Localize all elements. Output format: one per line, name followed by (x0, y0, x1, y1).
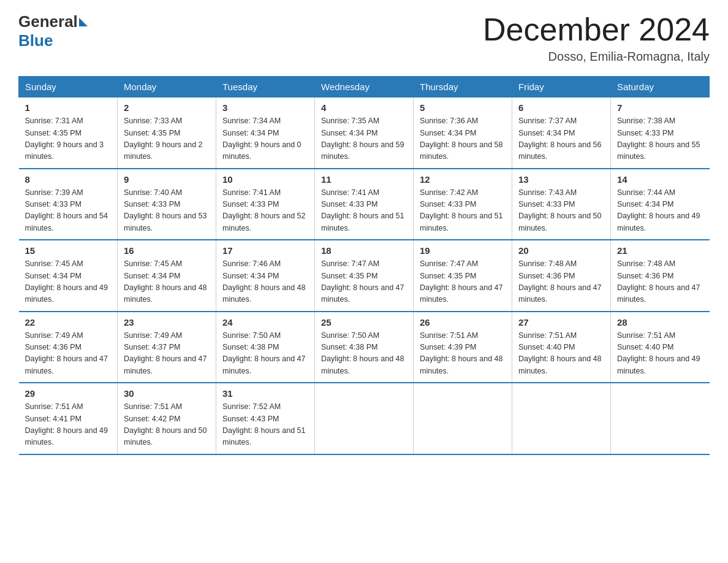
calendar-cell: 13Sunrise: 7:43 AMSunset: 4:33 PMDayligh… (512, 169, 611, 240)
day-number: 23 (124, 317, 210, 327)
day-info: Sunrise: 7:37 AMSunset: 4:34 PMDaylight:… (518, 115, 604, 163)
day-number: 3 (222, 102, 308, 113)
day-number: 14 (617, 174, 703, 185)
day-number: 25 (321, 317, 407, 327)
col-header-wednesday: Wednesday (315, 77, 414, 98)
calendar-cell: 12Sunrise: 7:42 AMSunset: 4:33 PMDayligh… (414, 169, 512, 240)
day-number: 8 (25, 174, 112, 185)
calendar-header-row: SundayMondayTuesdayWednesdayThursdayFrid… (19, 77, 710, 98)
calendar-week-row: 1Sunrise: 7:31 AMSunset: 4:35 PMDaylight… (19, 98, 710, 169)
day-number: 20 (518, 245, 604, 256)
day-info: Sunrise: 7:43 AMSunset: 4:33 PMDaylight:… (518, 187, 604, 235)
day-info: Sunrise: 7:33 AMSunset: 4:35 PMDaylight:… (124, 115, 210, 163)
day-info: Sunrise: 7:49 AMSunset: 4:36 PMDaylight:… (25, 330, 112, 378)
day-info: Sunrise: 7:50 AMSunset: 4:38 PMDaylight:… (222, 330, 308, 378)
day-info: Sunrise: 7:51 AMSunset: 4:40 PMDaylight:… (518, 330, 604, 378)
day-info: Sunrise: 7:49 AMSunset: 4:37 PMDaylight:… (124, 330, 210, 378)
col-header-thursday: Thursday (414, 77, 512, 98)
day-number: 18 (321, 245, 407, 256)
calendar-cell: 4Sunrise: 7:35 AMSunset: 4:34 PMDaylight… (315, 98, 414, 169)
day-number: 6 (518, 102, 604, 113)
col-header-friday: Friday (512, 77, 611, 98)
day-number: 5 (420, 102, 506, 113)
day-number: 4 (321, 102, 407, 113)
calendar-cell (414, 383, 512, 454)
col-header-tuesday: Tuesday (216, 77, 315, 98)
calendar-cell (315, 383, 414, 454)
day-number: 30 (124, 388, 210, 399)
day-number: 7 (617, 102, 703, 113)
calendar-cell: 9Sunrise: 7:40 AMSunset: 4:33 PMDaylight… (118, 169, 216, 240)
day-info: Sunrise: 7:36 AMSunset: 4:34 PMDaylight:… (420, 115, 506, 163)
calendar-cell: 15Sunrise: 7:45 AMSunset: 4:34 PMDayligh… (19, 240, 118, 312)
day-info: Sunrise: 7:34 AMSunset: 4:34 PMDaylight:… (222, 115, 308, 163)
day-number: 16 (124, 245, 210, 256)
day-info: Sunrise: 7:40 AMSunset: 4:33 PMDaylight:… (124, 187, 210, 235)
calendar-week-row: 22Sunrise: 7:49 AMSunset: 4:36 PMDayligh… (19, 312, 710, 383)
calendar-cell: 19Sunrise: 7:47 AMSunset: 4:35 PMDayligh… (414, 240, 512, 312)
col-header-sunday: Sunday (19, 77, 118, 98)
day-info: Sunrise: 7:35 AMSunset: 4:34 PMDaylight:… (321, 115, 407, 163)
month-title: December 2024 (483, 12, 710, 47)
day-number: 19 (420, 245, 506, 256)
day-info: Sunrise: 7:51 AMSunset: 4:41 PMDaylight:… (25, 401, 112, 449)
col-header-saturday: Saturday (611, 77, 710, 98)
calendar-cell: 30Sunrise: 7:51 AMSunset: 4:42 PMDayligh… (118, 383, 216, 454)
logo: General Blue (18, 12, 89, 50)
calendar-cell: 3Sunrise: 7:34 AMSunset: 4:34 PMDaylight… (216, 98, 315, 169)
day-number: 11 (321, 174, 407, 185)
day-number: 17 (222, 245, 308, 256)
day-number: 9 (124, 174, 210, 185)
day-info: Sunrise: 7:51 AMSunset: 4:39 PMDaylight:… (420, 330, 506, 378)
day-info: Sunrise: 7:50 AMSunset: 4:38 PMDaylight:… (321, 330, 407, 378)
calendar-week-row: 15Sunrise: 7:45 AMSunset: 4:34 PMDayligh… (19, 240, 710, 312)
location-text: Dosso, Emilia-Romagna, Italy (483, 50, 710, 64)
day-info: Sunrise: 7:31 AMSunset: 4:35 PMDaylight:… (25, 115, 112, 163)
day-info: Sunrise: 7:51 AMSunset: 4:40 PMDaylight:… (617, 330, 703, 378)
day-info: Sunrise: 7:51 AMSunset: 4:42 PMDaylight:… (124, 401, 210, 449)
calendar-cell: 28Sunrise: 7:51 AMSunset: 4:40 PMDayligh… (611, 312, 710, 383)
day-info: Sunrise: 7:47 AMSunset: 4:35 PMDaylight:… (420, 258, 506, 306)
logo-general-text: General (18, 12, 78, 31)
calendar-week-row: 29Sunrise: 7:51 AMSunset: 4:41 PMDayligh… (19, 383, 710, 454)
calendar-cell: 8Sunrise: 7:39 AMSunset: 4:33 PMDaylight… (19, 169, 118, 240)
logo-blue-text: Blue (18, 31, 53, 50)
day-info: Sunrise: 7:39 AMSunset: 4:33 PMDaylight:… (25, 187, 112, 235)
calendar-cell: 1Sunrise: 7:31 AMSunset: 4:35 PMDaylight… (19, 98, 118, 169)
day-number: 29 (25, 388, 112, 399)
day-number: 28 (617, 317, 703, 327)
calendar-cell: 7Sunrise: 7:38 AMSunset: 4:33 PMDaylight… (611, 98, 710, 169)
logo-arrow-icon (79, 18, 88, 26)
day-info: Sunrise: 7:45 AMSunset: 4:34 PMDaylight:… (124, 258, 210, 306)
day-number: 1 (25, 102, 112, 113)
day-info: Sunrise: 7:46 AMSunset: 4:34 PMDaylight:… (222, 258, 308, 306)
day-info: Sunrise: 7:47 AMSunset: 4:35 PMDaylight:… (321, 258, 407, 306)
day-info: Sunrise: 7:42 AMSunset: 4:33 PMDaylight:… (420, 187, 506, 235)
day-number: 2 (124, 102, 210, 113)
day-info: Sunrise: 7:48 AMSunset: 4:36 PMDaylight:… (518, 258, 604, 306)
day-info: Sunrise: 7:41 AMSunset: 4:33 PMDaylight:… (321, 187, 407, 235)
day-info: Sunrise: 7:38 AMSunset: 4:33 PMDaylight:… (617, 115, 703, 163)
calendar-table: SundayMondayTuesdayWednesdayThursdayFrid… (18, 76, 710, 455)
calendar-cell: 5Sunrise: 7:36 AMSunset: 4:34 PMDaylight… (414, 98, 512, 169)
calendar-cell: 27Sunrise: 7:51 AMSunset: 4:40 PMDayligh… (512, 312, 611, 383)
calendar-cell: 21Sunrise: 7:48 AMSunset: 4:36 PMDayligh… (611, 240, 710, 312)
day-number: 31 (222, 388, 308, 399)
page-header: General Blue December 2024 Dosso, Emilia… (18, 12, 710, 64)
calendar-cell: 10Sunrise: 7:41 AMSunset: 4:33 PMDayligh… (216, 169, 315, 240)
day-number: 26 (420, 317, 506, 327)
calendar-cell: 2Sunrise: 7:33 AMSunset: 4:35 PMDaylight… (118, 98, 216, 169)
calendar-cell: 17Sunrise: 7:46 AMSunset: 4:34 PMDayligh… (216, 240, 315, 312)
calendar-cell: 22Sunrise: 7:49 AMSunset: 4:36 PMDayligh… (19, 312, 118, 383)
day-number: 15 (25, 245, 112, 256)
calendar-cell: 20Sunrise: 7:48 AMSunset: 4:36 PMDayligh… (512, 240, 611, 312)
calendar-cell: 16Sunrise: 7:45 AMSunset: 4:34 PMDayligh… (118, 240, 216, 312)
day-info: Sunrise: 7:45 AMSunset: 4:34 PMDaylight:… (25, 258, 112, 306)
calendar-cell: 14Sunrise: 7:44 AMSunset: 4:34 PMDayligh… (611, 169, 710, 240)
day-number: 27 (518, 317, 604, 327)
calendar-cell: 23Sunrise: 7:49 AMSunset: 4:37 PMDayligh… (118, 312, 216, 383)
day-info: Sunrise: 7:41 AMSunset: 4:33 PMDaylight:… (222, 187, 308, 235)
calendar-cell: 29Sunrise: 7:51 AMSunset: 4:41 PMDayligh… (19, 383, 118, 454)
col-header-monday: Monday (118, 77, 216, 98)
calendar-cell: 24Sunrise: 7:50 AMSunset: 4:38 PMDayligh… (216, 312, 315, 383)
